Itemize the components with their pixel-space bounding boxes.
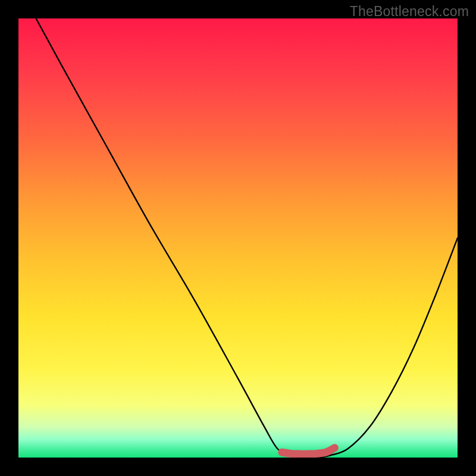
watermark-text: TheBottleneck.com <box>350 4 469 20</box>
chart-frame: TheBottleneck.com <box>0 0 476 476</box>
optimal-end-dot <box>331 444 338 452</box>
bottleneck-curve <box>36 18 458 458</box>
chart-svg <box>18 18 458 458</box>
chart-plot-area <box>18 18 458 458</box>
optimal-range-marker <box>282 448 335 454</box>
